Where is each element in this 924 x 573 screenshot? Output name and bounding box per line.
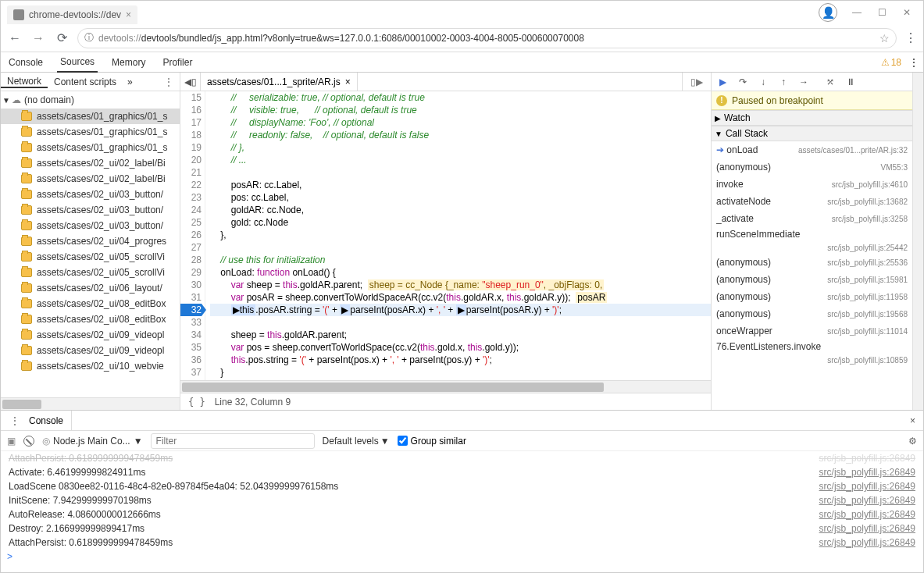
tree-item[interactable]: assets/cases/02_ui/08_editBox xyxy=(1,311,180,327)
tab-close-icon[interactable]: × xyxy=(126,9,131,20)
frame-source[interactable]: src/jsb_polyfill.js:19568 xyxy=(827,310,908,319)
callstack-frame[interactable]: onLoadassets/cases/01...prite/AR.js:32 xyxy=(712,141,912,158)
frame-source[interactable]: VM55:3 xyxy=(881,163,908,172)
step-icon[interactable]: → xyxy=(797,77,810,87)
navigator-tab-content-scripts[interactable]: Content scripts xyxy=(48,77,123,87)
gutter-line[interactable]: 27 xyxy=(180,241,202,254)
gutter-line[interactable]: 25 xyxy=(180,216,202,229)
callstack-frame[interactable]: (anonymous)VM55:3 xyxy=(712,158,912,176)
gutter-line[interactable]: 20 xyxy=(180,154,202,166)
gutter-line[interactable]: 34 xyxy=(180,329,202,341)
watch-section-header[interactable]: ▶Watch xyxy=(712,110,912,126)
message-source-link[interactable]: src/jsb_polyfill.js:26849 xyxy=(819,495,915,506)
log-levels-selector[interactable]: Default levels ▼ xyxy=(323,436,390,447)
tree-item[interactable]: assets/cases/01_graphics/01_s xyxy=(1,109,180,124)
callstack-frame[interactable]: onceWrappersrc/jsb_polyfill.js:11014 xyxy=(712,322,912,340)
frame-source[interactable]: src/jsb_polyfill.js:11958 xyxy=(827,293,908,301)
tree-item[interactable]: assets/cases/02_ui/03_button/ xyxy=(1,187,180,202)
back-button-icon[interactable]: ← xyxy=(7,31,23,45)
callstack-frame[interactable]: runSceneImmediatesrc/jsb_polyfill.js:254… xyxy=(712,227,912,254)
gutter-line[interactable]: 19 xyxy=(180,141,202,154)
callstack-frame[interactable]: (anonymous)src/jsb_polyfill.js:11958 xyxy=(712,288,912,305)
tree-item[interactable]: assets/cases/02_ui/03_button/ xyxy=(1,218,180,233)
tree-item[interactable]: assets/cases/02_ui/03_button/ xyxy=(1,202,180,218)
message-source-link[interactable]: src/jsb_polyfill.js:26849 xyxy=(819,523,915,534)
tree-item[interactable]: assets/cases/02_ui/06_layout/ xyxy=(1,280,180,296)
gutter-line[interactable]: 15 xyxy=(180,91,202,104)
reload-button-icon[interactable]: ⟳ xyxy=(54,30,70,45)
window-close-icon[interactable]: ✕ xyxy=(901,7,912,18)
gutter-line[interactable]: 23 xyxy=(180,191,202,204)
console-settings-icon[interactable]: ⚙ xyxy=(908,436,917,447)
gutter-line[interactable]: 16 xyxy=(180,104,202,116)
tab-console[interactable]: Console xyxy=(5,57,46,68)
frame-source[interactable]: src/jsb_polyfill.js:15981 xyxy=(827,276,908,284)
pretty-print-icon[interactable]: { } xyxy=(188,397,205,408)
gutter-line[interactable]: 35 xyxy=(180,341,202,354)
gutter-line[interactable]: 29 xyxy=(180,266,202,279)
tab-profiler[interactable]: Profiler xyxy=(159,57,195,68)
frame-source[interactable]: src/jsb_polyfill.js:11014 xyxy=(827,327,908,336)
navigator-more-tabs-icon[interactable]: » xyxy=(123,77,137,87)
gutter-line[interactable]: 21 xyxy=(180,166,202,179)
devtools-menu-icon[interactable]: ⋮ xyxy=(909,57,919,68)
tree-domain[interactable]: ▼ ☁ (no domain) xyxy=(1,91,180,109)
tree-item[interactable]: assets/cases/02_ui/08_editBox xyxy=(1,296,180,311)
browser-tab[interactable]: chrome-devtools://dev × xyxy=(7,5,137,24)
gutter-line[interactable]: 22 xyxy=(180,179,202,191)
bookmark-icon[interactable]: ☆ xyxy=(879,32,890,44)
callstack-frame[interactable]: activateNodesrc/jsb_polyfill.js:13682 xyxy=(712,193,912,210)
step-into-icon[interactable]: ↓ xyxy=(757,77,769,87)
editor-scrollbar-h[interactable] xyxy=(180,380,711,393)
tree-item[interactable]: assets/cases/01_graphics/01_s xyxy=(1,124,180,140)
gutter-line[interactable]: 33 xyxy=(180,316,202,329)
code-editor[interactable]: 1516171819202122232425262728293031323334… xyxy=(180,91,711,380)
close-tab-icon[interactable]: × xyxy=(345,77,351,87)
frame-source[interactable]: src/jsb_polyfill.js:25536 xyxy=(827,258,908,267)
editor-file-tab[interactable]: assets/cases/01...1_sprite/AR.js × xyxy=(201,73,358,91)
tab-memory[interactable]: Memory xyxy=(109,57,148,68)
gutter-line[interactable]: 37 xyxy=(180,366,202,379)
window-minimize-icon[interactable]: — xyxy=(851,7,862,18)
info-icon[interactable]: ⓘ xyxy=(84,31,94,44)
resume-icon[interactable]: ▶ xyxy=(716,77,729,87)
browser-menu-icon[interactable]: ⋮ xyxy=(904,30,917,45)
tree-item[interactable]: assets/cases/02_ui/02_label/Bi xyxy=(1,155,180,171)
tree-item[interactable]: assets/cases/02_ui/02_label/Bi xyxy=(1,171,180,187)
clear-console-icon[interactable] xyxy=(23,436,34,447)
frame-source[interactable]: src/jsb_polyfill.js:4610 xyxy=(832,180,908,189)
toggle-debugger-icon[interactable]: ▯▶ xyxy=(682,73,711,91)
console-menu-icon[interactable]: ⋮ xyxy=(10,415,20,426)
tab-sources[interactable]: Sources xyxy=(57,52,98,73)
navigator-scrollbar-h[interactable] xyxy=(1,397,180,410)
group-similar-checkbox[interactable]: Group similar xyxy=(398,436,466,447)
callstack-frame[interactable]: (anonymous)src/jsb_polyfill.js:25536 xyxy=(712,254,912,271)
message-source-link[interactable]: src/jsb_polyfill.js:26849 xyxy=(819,537,915,548)
console-close-icon[interactable]: × xyxy=(902,415,923,426)
step-over-icon[interactable]: ↷ xyxy=(737,77,749,87)
console-filter-input[interactable] xyxy=(151,433,315,449)
pause-on-exceptions-icon[interactable]: ⏸ xyxy=(844,77,857,87)
frame-source[interactable]: src/jsb_polyfill.js:10859 xyxy=(827,356,908,365)
tree-item[interactable]: assets/cases/02_ui/05_scrollVi xyxy=(1,249,180,265)
step-out-icon[interactable]: ↑ xyxy=(777,77,790,87)
gutter-line[interactable]: 18 xyxy=(180,129,202,141)
callstack-frame[interactable]: 76.EventListeners.invokesrc/jsb_polyfill… xyxy=(712,340,912,366)
window-maximize-icon[interactable]: ☐ xyxy=(876,7,887,18)
gutter-line[interactable]: 26 xyxy=(180,229,202,241)
debugger-scrollbar-v[interactable] xyxy=(912,73,923,410)
callstack-frame[interactable]: (anonymous)src/jsb_polyfill.js:15981 xyxy=(712,271,912,288)
live-expression-icon[interactable]: ▣ xyxy=(7,436,16,447)
gutter-line[interactable]: 30 xyxy=(180,279,202,291)
url-field[interactable]: ⓘ devtools://devtools/bundled/js_app.htm… xyxy=(77,28,897,48)
gutter-line[interactable]: 24 xyxy=(180,204,202,216)
gutter-line[interactable]: 32 xyxy=(180,304,202,316)
navigator-tab-network[interactable]: Network xyxy=(1,76,48,88)
console-prompt[interactable]: > xyxy=(1,550,923,564)
deactivate-breakpoints-icon[interactable]: ⤱ xyxy=(824,77,837,87)
console-tab[interactable]: Console xyxy=(21,411,72,430)
tree-item[interactable]: assets/cases/02_ui/04_progres xyxy=(1,233,180,249)
message-source-link[interactable]: src/jsb_polyfill.js:26849 xyxy=(819,481,915,492)
user-avatar-icon[interactable]: 👤 xyxy=(819,3,837,22)
frame-source[interactable]: src/jsb_polyfill.js:13682 xyxy=(827,198,908,206)
